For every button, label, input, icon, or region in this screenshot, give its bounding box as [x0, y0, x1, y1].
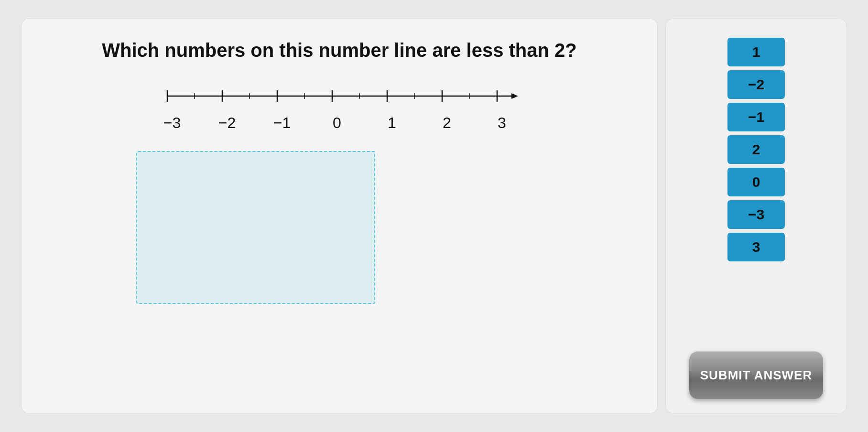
- label-2: 2: [433, 114, 461, 132]
- token-4[interactable]: 2: [727, 135, 785, 164]
- label-neg2: −2: [213, 114, 241, 132]
- answer-tokens: 1 −2 −1 2 0 −3 3: [680, 33, 832, 261]
- submit-answer-button[interactable]: SUBMIT ANSWER: [689, 351, 823, 399]
- question-title: Which numbers on this number line are le…: [41, 38, 638, 63]
- token-6[interactable]: −3: [727, 200, 785, 229]
- svg-marker-1: [511, 93, 518, 99]
- token-2[interactable]: −2: [727, 70, 785, 99]
- number-line-container: −3 −2 −1 0 1 2 3: [41, 82, 638, 132]
- token-1[interactable]: 1: [727, 38, 785, 66]
- left-panel: Which numbers on this number line are le…: [21, 18, 658, 414]
- token-3[interactable]: −1: [727, 103, 785, 131]
- token-7[interactable]: 3: [727, 233, 785, 261]
- right-panel: 1 −2 −1 2 0 −3 3 SUBMIT ANSWER: [665, 18, 847, 414]
- label-1: 1: [378, 114, 406, 132]
- drop-zone[interactable]: [136, 151, 375, 304]
- label-neg1: −1: [268, 114, 296, 132]
- main-container: Which numbers on this number line are le…: [13, 11, 855, 421]
- number-labels: −3 −2 −1 0 1 2 3: [153, 114, 526, 132]
- label-0: 0: [323, 114, 351, 132]
- label-neg3: −3: [158, 114, 186, 132]
- label-3: 3: [488, 114, 516, 132]
- number-line-svg: [153, 82, 526, 110]
- token-5[interactable]: 0: [727, 168, 785, 196]
